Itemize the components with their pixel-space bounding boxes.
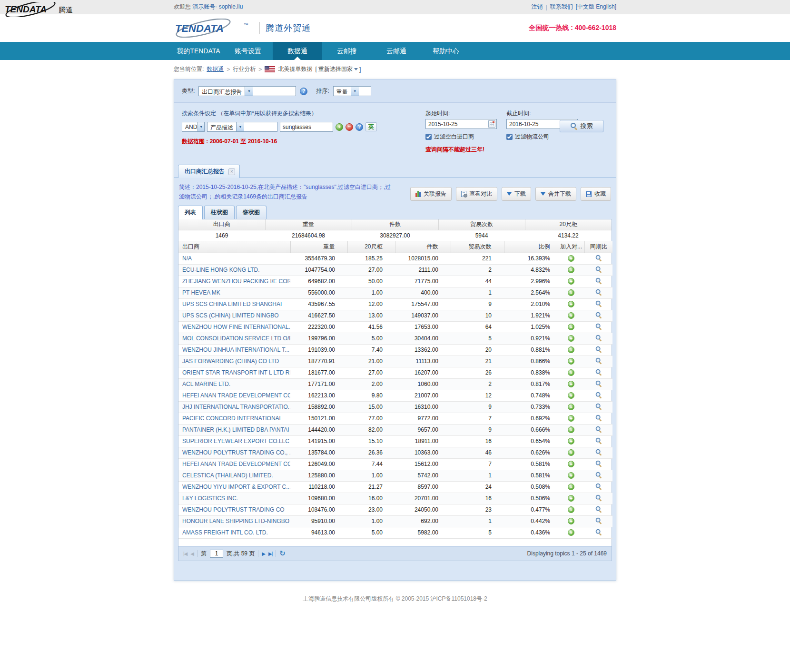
calendar-icon[interactable] [488,120,495,128]
page-number-input[interactable] [210,550,223,558]
nav-item-cloud-mail[interactable]: 云邮通 [372,42,421,60]
magnifier-icon[interactable] [595,335,602,341]
add-to-compare-icon[interactable] [568,461,574,467]
add-to-compare-icon[interactable] [568,358,574,365]
magnifier-icon[interactable] [595,380,602,386]
add-to-compare-icon[interactable] [568,415,574,422]
add-to-compare-icon[interactable] [568,312,574,319]
magnifier-icon[interactable] [595,506,602,512]
refresh-icon[interactable]: ↻ [279,549,286,558]
exporter-link[interactable]: N/A [182,255,192,262]
magnifier-icon[interactable] [595,437,602,444]
magnifier-icon[interactable] [595,494,602,501]
nav-item-account-settings[interactable]: 账号设置 [223,42,273,60]
magnifier-icon[interactable] [595,300,602,306]
exporter-link[interactable]: ZHEJIANG WENZHOU PACKING I/E CORP. [182,278,290,285]
tab-pie-chart-view[interactable]: 饼状图 [236,206,267,219]
report-type-select[interactable]: 出口商汇总报告 [198,86,296,96]
language-switch-link[interactable]: [中文版 English] [576,3,616,11]
merge-download-button[interactable]: 合并下载 [535,187,576,201]
nav-item-data-hub[interactable]: 数据通 [273,42,322,60]
exporter-link[interactable]: HEFEI ANAN TRADE DEVELOPMENT CO... [182,461,290,467]
add-to-compare-icon[interactable] [568,278,574,285]
exporter-link[interactable]: JAS FORWARDING (CHINA) CO LTD [182,358,279,365]
magnifier-icon[interactable] [595,483,602,489]
end-date-input[interactable] [509,121,561,128]
view-comparison-button[interactable]: 查看对比 [456,187,497,201]
magnifier-icon[interactable] [595,460,602,466]
add-to-compare-icon[interactable] [568,324,574,330]
add-to-compare-icon[interactable] [568,518,574,524]
help-icon[interactable]: ? [300,88,307,95]
add-to-compare-icon[interactable] [568,392,574,399]
logout-link[interactable]: 注销 [532,3,543,11]
tab-list-view[interactable]: 列表 [178,206,203,219]
prev-page-icon[interactable]: ◀ [190,551,194,556]
close-icon[interactable]: × [228,168,235,175]
exporter-link[interactable]: JHJ INTERNATIONAL TRANSPORTATIO... [182,404,290,410]
add-to-compare-icon[interactable] [568,301,574,307]
add-to-compare-icon[interactable] [568,335,574,342]
bool-operator-select[interactable]: AND [182,122,205,132]
add-to-compare-icon[interactable] [568,346,574,353]
next-page-icon[interactable]: ▶ [262,551,265,556]
exporter-link[interactable]: UPS SCS CHINA LIMITED SHANGHAI [182,301,282,307]
exporter-link[interactable]: ECU-LINE HONG KONG LTD. [182,267,259,273]
magnifier-icon[interactable] [595,415,602,421]
reselect-country-dropdown[interactable]: [ 重新选择国家 ] [315,65,361,73]
magnifier-icon[interactable] [595,357,602,364]
language-toggle-button[interactable]: 英 [365,122,377,131]
magnifier-icon[interactable] [595,392,602,398]
add-to-compare-icon[interactable] [568,472,574,479]
magnifier-icon[interactable] [595,426,602,432]
magnifier-icon[interactable] [595,266,602,272]
add-to-compare-icon[interactable] [568,369,574,376]
magnifier-icon[interactable] [595,289,602,295]
search-field-select[interactable]: 产品描述 [207,122,277,132]
sort-select[interactable]: 重量 [333,86,371,96]
magnifier-icon[interactable] [595,277,602,284]
search-button[interactable]: 搜索 [560,120,603,132]
exporter-link[interactable]: PANTAINER (H.K.) LIMITED DBA PANTAI [182,426,289,433]
magnifier-icon[interactable] [595,255,602,261]
first-page-icon[interactable]: |◀ [183,551,187,556]
filter-logistics-checkbox[interactable] [506,134,513,140]
exporter-link[interactable]: CELESTICA (THAILAND) LIMITED. [182,472,273,479]
magnifier-icon[interactable] [595,449,602,455]
add-to-compare-icon[interactable] [568,404,574,410]
exporter-link[interactable]: WENZHOU HOW FINE INTERNATIONAL... [182,324,290,330]
exporter-link[interactable]: WENZHOU JINHUA INTERNATIONAL T... [182,346,289,353]
exporter-link[interactable]: ORIENT STAR TRANSPORT INT L LTD RM [182,369,290,376]
add-to-compare-icon[interactable] [568,484,574,490]
remove-condition-icon[interactable]: − [346,123,353,131]
nav-item-help-center[interactable]: 帮助中心 [421,42,471,60]
exporter-link[interactable]: PACIFIC CONCORD INTERNATIONAL [182,415,282,422]
exporter-link[interactable]: UPS SCS (CHINA) LIMITED NINGBO [182,312,279,319]
add-condition-icon[interactable]: + [336,123,343,131]
add-to-compare-icon[interactable] [568,438,574,445]
add-to-compare-icon[interactable] [568,529,574,536]
breadcrumb-link-data-hub[interactable]: 数据通 [207,65,224,73]
filter-blank-importer-checkbox[interactable] [425,134,432,140]
favorite-button[interactable]: 收藏 [581,187,611,201]
add-to-compare-icon[interactable] [568,255,574,262]
magnifier-icon[interactable] [595,517,602,524]
tab-exporter-summary-report[interactable]: 出口商汇总报告 × [178,165,240,178]
exporter-link[interactable]: MOL CONSOLIDATION SERVICE LTD O/B [182,335,290,342]
add-to-compare-icon[interactable] [568,267,574,273]
exporter-link[interactable]: SUPERIOR EYEWEAR EXPORT CO.LLC [182,438,289,445]
add-to-compare-icon[interactable] [568,495,574,502]
add-to-compare-icon[interactable] [568,449,574,456]
keyword-input[interactable] [280,122,333,132]
nav-item-my-tendata[interactable]: 我的TENDATA [174,42,223,60]
magnifier-icon[interactable] [595,472,602,478]
exporter-link[interactable]: HONOUR LANE SHIPPING LTD-NINGBO [182,518,289,524]
magnifier-icon[interactable] [595,529,602,535]
add-to-compare-icon[interactable] [568,289,574,296]
magnifier-icon[interactable] [595,369,602,375]
related-report-button[interactable]: 关联报告 [410,187,452,201]
add-to-compare-icon[interactable] [568,506,574,513]
exporter-link[interactable]: PT HEVEA MK [182,289,220,296]
start-date-input[interactable] [428,121,480,128]
nav-item-cloud-mail-search[interactable]: 云邮搜 [322,42,372,60]
